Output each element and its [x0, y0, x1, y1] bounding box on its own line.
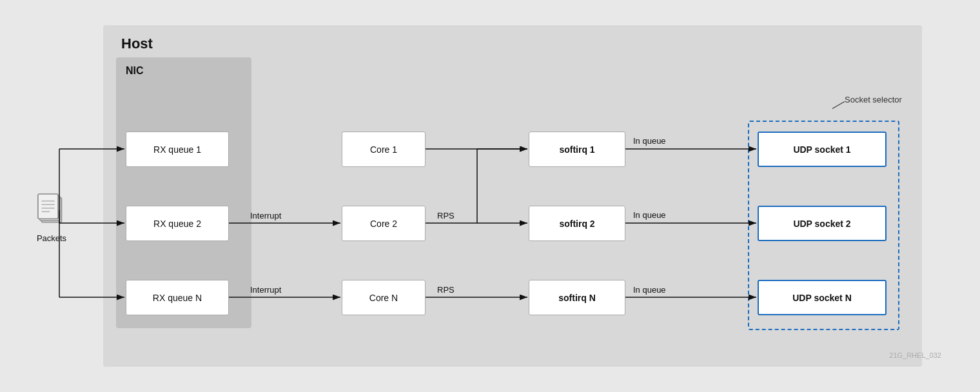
- udp-socket-n: UDP socket N: [758, 280, 887, 315]
- in-queue-label-3: In queue: [633, 285, 666, 295]
- rps-label-1: RPS: [437, 211, 455, 220]
- rx-queue-1: RX queue 1: [126, 132, 229, 167]
- interrupt-label-1: Interrupt: [250, 211, 281, 220]
- packets-area: Packets: [26, 193, 77, 243]
- main-container: Host NIC Packets RX queue 1 RX queue: [0, 0, 980, 392]
- core-1: Core 1: [342, 132, 426, 167]
- svg-rect-2: [38, 194, 58, 219]
- packets-icon: [35, 193, 68, 228]
- diagram-area: Host NIC Packets RX queue 1 RX queue: [26, 25, 954, 367]
- softirq-1: softirq 1: [529, 132, 625, 167]
- watermark: 21G_RHEL_032: [889, 351, 941, 359]
- host-label: Host: [121, 35, 153, 52]
- rx-queue-n: RX queue N: [126, 280, 229, 315]
- core-2: Core 2: [342, 206, 426, 241]
- softirq-2: softirq 2: [529, 206, 625, 241]
- rps-label-2: RPS: [437, 285, 455, 295]
- softirq-n: softirq N: [529, 280, 625, 315]
- core-n: Core N: [342, 280, 426, 315]
- udp-socket-1: UDP socket 1: [758, 132, 887, 167]
- packets-label: Packets: [26, 233, 77, 243]
- socket-selector-label: Socket selector: [845, 95, 902, 104]
- in-queue-label-2: In queue: [633, 210, 666, 220]
- interrupt-label-2: Interrupt: [250, 285, 281, 295]
- in-queue-label-1: In queue: [633, 136, 666, 146]
- nic-label: NIC: [126, 65, 144, 77]
- rx-queue-2: RX queue 2: [126, 206, 229, 241]
- udp-socket-2: UDP socket 2: [758, 206, 887, 241]
